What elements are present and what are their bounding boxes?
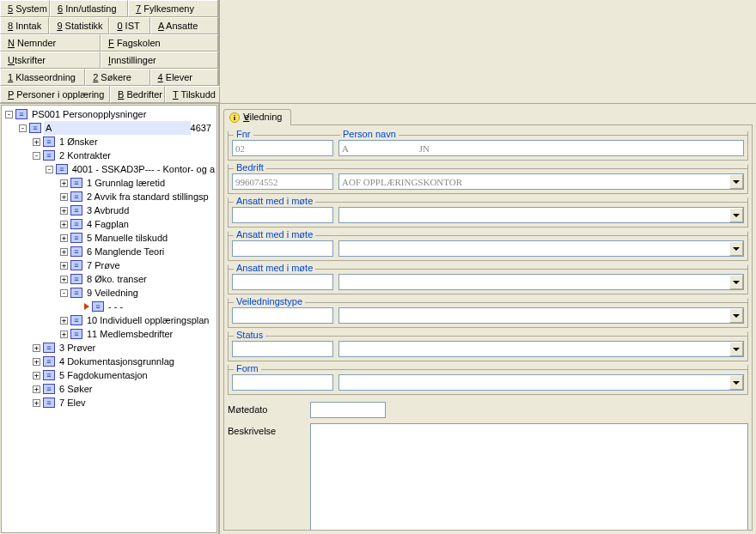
- tree-node[interactable]: +7 Prøve: [2, 258, 216, 272]
- expand-icon[interactable]: +: [33, 138, 40, 146]
- tree-node[interactable]: -4001 - SSKAD3P--- - Kontor- og a: [2, 162, 216, 176]
- tab-veiledning[interactable]: iVeiledning: [223, 109, 291, 125]
- menu-item[interactable]: Innstillinger: [101, 52, 218, 69]
- chevron-down-icon[interactable]: [729, 241, 743, 256]
- collapse-icon[interactable]: -: [19, 124, 27, 132]
- tree-node[interactable]: +3 Avbrudd: [2, 203, 216, 217]
- chevron-down-icon[interactable]: [729, 208, 743, 222]
- form-name-field[interactable]: [338, 374, 744, 391]
- tree-node[interactable]: -9 Veiledning: [2, 286, 216, 300]
- veiltype-combo[interactable]: [338, 307, 744, 324]
- chevron-down-icon[interactable]: [729, 275, 743, 289]
- expand-icon[interactable]: +: [60, 179, 68, 187]
- expand-icon[interactable]: +: [60, 221, 68, 228]
- status-name-field[interactable]: [338, 341, 744, 357]
- menu-item[interactable]: 8 Inntak: [0, 17, 49, 34]
- ansatt1-combo[interactable]: [338, 207, 744, 223]
- collapse-icon[interactable]: -: [60, 289, 68, 297]
- ansatt1-id-field[interactable]: [232, 207, 333, 223]
- tree-node[interactable]: -PS001 Personopplysninger: [2, 107, 216, 121]
- menu-item[interactable]: F Fagskolen: [101, 34, 218, 52]
- label-beskrivelse: Beskrivelse: [228, 423, 305, 531]
- chevron-down-icon[interactable]: [729, 375, 743, 390]
- tree-node[interactable]: +11 Medlemsbedrifter: [2, 327, 216, 341]
- bedrift-id-field: [232, 173, 333, 190]
- form-combo[interactable]: [338, 374, 744, 391]
- tree-node[interactable]: +6 Søker: [2, 382, 216, 396]
- label-veiledningstype: Veiledningstype: [234, 296, 305, 306]
- tree-node[interactable]: +1 Grunnlag læretid: [2, 176, 216, 190]
- menu-item[interactable]: Utskrifter: [0, 52, 101, 69]
- status-id-field[interactable]: [232, 341, 333, 357]
- expand-icon[interactable]: +: [33, 399, 40, 407]
- expand-icon[interactable]: +: [60, 262, 68, 270]
- expand-icon[interactable]: +: [60, 248, 68, 256]
- expand-icon[interactable]: +: [60, 331, 68, 338]
- tree-node[interactable]: +1 Ønsker: [2, 135, 216, 149]
- tree-node[interactable]: +5 Fagdokumentasjon: [2, 368, 216, 382]
- ansatt1-name-field[interactable]: [338, 207, 744, 223]
- tree-node[interactable]: +5 Manuelle tilskudd: [2, 231, 216, 245]
- menu-item[interactable]: 5 System: [0, 0, 50, 17]
- beskrivelse-field[interactable]: [310, 423, 748, 531]
- chevron-down-icon[interactable]: [729, 174, 743, 189]
- veiltype-name-field[interactable]: [338, 307, 744, 324]
- motedato-field[interactable]: [310, 402, 386, 418]
- tree-node[interactable]: +7 Elev: [2, 396, 216, 410]
- ansatt3-name-field[interactable]: [338, 274, 744, 290]
- expand-icon[interactable]: +: [60, 234, 68, 242]
- node-label: 11 Medlemsbedrifter: [85, 327, 174, 341]
- expand-icon[interactable]: +: [33, 372, 40, 379]
- veiltype-id-field[interactable]: [232, 307, 333, 324]
- tree-node[interactable]: +6 Manglende Teori: [2, 245, 216, 258]
- status-combo[interactable]: [338, 341, 744, 357]
- tree-node[interactable]: -2 Kontrakter: [2, 149, 216, 162]
- label-ansatt-3: Ansatt med i møte: [234, 263, 315, 273]
- tree-node[interactable]: +2 Avvik fra standard stillingsp: [2, 190, 216, 203]
- node-icon: [92, 301, 104, 312]
- menu-item[interactable]: B Bedrifter: [110, 86, 165, 103]
- expand-icon[interactable]: +: [33, 385, 40, 393]
- tree-node[interactable]: -A4637: [2, 121, 216, 135]
- tree-node[interactable]: +8 Øko. transer: [2, 272, 216, 286]
- expand-icon[interactable]: +: [60, 207, 68, 215]
- expand-icon[interactable]: +: [60, 193, 68, 201]
- menu-item[interactable]: 6 Inn/utlasting: [50, 0, 128, 17]
- menu-item[interactable]: 9 Statistikk: [49, 17, 109, 34]
- collapse-icon[interactable]: -: [46, 166, 53, 173]
- menu-item[interactable]: 7 Fylkesmeny: [128, 0, 218, 17]
- tree-node[interactable]: +4 Fagplan: [2, 217, 216, 231]
- ansatt2-combo[interactable]: [338, 240, 744, 257]
- node-label: 6 Søker: [58, 382, 94, 396]
- ansatt3-combo[interactable]: [338, 274, 744, 290]
- collapse-icon[interactable]: -: [33, 152, 40, 160]
- node-icon: [70, 191, 82, 202]
- menu-item[interactable]: A Ansatte: [150, 17, 218, 34]
- chevron-down-icon[interactable]: [729, 342, 743, 356]
- tree-node[interactable]: - - -: [2, 300, 216, 313]
- bedrift-combo[interactable]: [338, 173, 744, 190]
- expand-icon[interactable]: +: [60, 317, 68, 325]
- menu-item[interactable]: 2 Søkere: [85, 69, 149, 86]
- ansatt2-id-field[interactable]: [232, 240, 333, 257]
- menu-item[interactable]: 0 IST: [109, 17, 150, 34]
- menu-item[interactable]: T Tilskudd: [165, 86, 220, 103]
- group-form: Form: [228, 365, 748, 395]
- expand-icon[interactable]: +: [33, 344, 40, 352]
- node-label: 6 Manglende Teori: [85, 245, 166, 258]
- tree-node[interactable]: +3 Prøver: [2, 341, 216, 355]
- tree-view[interactable]: -PS001 Personopplysninger-A4637+1 Ønsker…: [1, 105, 217, 533]
- menu-item[interactable]: N Nemnder: [0, 34, 101, 52]
- menu-item[interactable]: 4 Elever: [150, 69, 218, 86]
- chevron-down-icon[interactable]: [729, 308, 743, 323]
- tree-node[interactable]: +4 Dokumentasjonsgrunnlag: [2, 355, 216, 368]
- expand-icon[interactable]: +: [60, 276, 68, 283]
- menu-item[interactable]: 1 Klasseordning: [0, 69, 85, 86]
- expand-icon[interactable]: +: [33, 358, 40, 366]
- menu-item[interactable]: P Personer i opplæring: [0, 86, 110, 103]
- collapse-icon[interactable]: -: [5, 111, 13, 118]
- ansatt3-id-field[interactable]: [232, 274, 333, 290]
- form-id-field[interactable]: [232, 374, 333, 391]
- tree-node[interactable]: +10 Individuell opplæringsplan: [2, 313, 216, 327]
- ansatt2-name-field[interactable]: [338, 240, 744, 257]
